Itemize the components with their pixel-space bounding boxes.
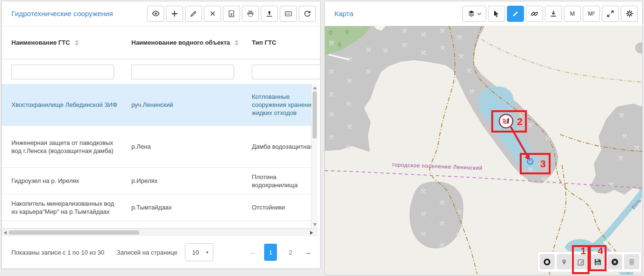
page-button-1[interactable]: 1 <box>264 244 277 261</box>
table-header-row: Наименование ГТС Наименование водного об… <box>2 26 321 59</box>
upload-icon <box>266 10 273 18</box>
table-row-selected[interactable]: Хвостохранилище Лебединской ЗИФ руч.Лени… <box>2 84 311 126</box>
eye-icon <box>152 10 160 18</box>
map-river <box>586 192 642 249</box>
square-meter-label: М² <box>588 10 595 17</box>
annotation-number-2: 2 <box>517 116 523 127</box>
record-circle-icon <box>543 258 551 266</box>
table-footer: Показаны записи с 1 по 10 из 30 Записей … <box>2 236 321 268</box>
edit-button[interactable] <box>185 6 202 22</box>
table-row[interactable]: Инженерная защита от паводковых вод г.Ле… <box>2 126 311 168</box>
structures-panel-title: Гидротехнические сооружения <box>11 10 113 18</box>
trash-icon <box>628 258 635 266</box>
scroll-down-arrow[interactable] <box>313 223 317 226</box>
vertical-scrollbar-thumb[interactable] <box>313 91 317 139</box>
vertical-scrollbar[interactable] <box>311 84 318 228</box>
view-button[interactable] <box>147 6 164 22</box>
structures-panel: Гидротехнические сооружения x <box>1 1 321 269</box>
cell-name: Хвостохранилище Лебединской ЗИФ <box>2 101 122 109</box>
upload-button[interactable] <box>261 6 278 22</box>
cursor-icon <box>493 10 500 18</box>
layers-button[interactable] <box>462 6 486 22</box>
scroll-up-arrow[interactable] <box>313 86 317 89</box>
scroll-left-arrow[interactable] <box>4 231 7 235</box>
draw-button[interactable] <box>507 6 524 22</box>
delete-geometry-button[interactable] <box>624 254 639 269</box>
download-icon <box>550 10 557 18</box>
download-button[interactable] <box>545 6 562 22</box>
table-row[interactable]: Гидроузел на р. Ирелях р.Ирелях Плотина … <box>2 168 311 194</box>
prev-page-button[interactable]: ← <box>249 248 257 257</box>
cell-type: Плотина водохранилища <box>242 173 311 189</box>
close-icon <box>209 10 216 17</box>
cancel-draw-button[interactable] <box>607 254 623 269</box>
page-button-2[interactable]: 2 <box>284 244 297 261</box>
pagination: ← 1 2 → <box>249 244 312 261</box>
marker-pin-icon <box>561 259 567 265</box>
column-header-water-label: Наименование водного объекта <box>131 39 230 46</box>
map-panel: Карта М <box>324 1 643 275</box>
page-size-label: Записей на странице <box>117 249 177 256</box>
page-size-value: 10 <box>192 249 199 256</box>
filter-input-name[interactable] <box>11 65 114 79</box>
select-cursor-button[interactable] <box>488 6 505 22</box>
page-size-select[interactable]: 10 ▼ <box>185 243 213 261</box>
refresh-button[interactable] <box>299 6 316 22</box>
cell-water: р.Ирелях <box>122 177 242 185</box>
annotation-box-2: 2 <box>491 110 527 133</box>
cell-water: руч.Ленинский <box>122 101 242 109</box>
structures-toolbar: x <box>147 6 316 22</box>
pencil-icon <box>512 10 519 18</box>
annotation-number-1: 1 <box>580 245 586 257</box>
filter-row <box>2 59 321 84</box>
column-header-type-label: Тип ГТС <box>252 39 276 46</box>
horizontal-scrollbar-thumb[interactable] <box>9 230 139 235</box>
measure-length-button[interactable]: М <box>564 6 581 22</box>
meter-label: М <box>570 10 575 17</box>
annotation-box-3: 3 <box>520 153 551 174</box>
next-page-button[interactable]: → <box>304 248 312 257</box>
measure-area-button[interactable]: М² <box>583 6 600 22</box>
grid-settings-button[interactable] <box>280 6 297 22</box>
select-caret-icon: ▼ <box>205 250 209 255</box>
delete-button[interactable] <box>204 6 221 22</box>
cancel-circle-icon <box>611 258 619 266</box>
map-base-layer <box>325 26 642 275</box>
draw-circle-button[interactable] <box>540 254 555 269</box>
excel-file-icon: x <box>228 10 235 18</box>
column-header-water[interactable]: Наименование водного объекта <box>122 39 242 46</box>
gear-icon <box>626 10 634 18</box>
map-quarry-blob <box>410 182 463 248</box>
annotation-box-4: 4 <box>589 245 607 271</box>
cell-type: Отстойники <box>242 203 311 211</box>
settings-button[interactable] <box>621 6 638 22</box>
print-button[interactable] <box>242 6 259 22</box>
horizontal-scrollbar[interactable] <box>2 228 318 236</box>
chevron-down-icon <box>477 12 481 16</box>
fullscreen-button[interactable] <box>602 6 619 22</box>
filter-input-type[interactable] <box>252 65 321 79</box>
table-body: Хвостохранилище Лебединской ЗИФ руч.Лени… <box>2 84 311 228</box>
column-header-name[interactable]: Наименование ГТС <box>2 39 122 46</box>
cell-type: Котлованные сооружения хранения жидких о… <box>242 93 311 117</box>
sort-icon <box>75 40 79 46</box>
records-summary: Показаны записи с 1 по 10 из 30 <box>11 249 104 256</box>
excel-export-button[interactable]: x <box>223 6 240 22</box>
link-button[interactable] <box>526 6 543 22</box>
pencil-icon <box>190 10 197 18</box>
map-panel-title: Карта <box>334 10 353 18</box>
scroll-right-arrow[interactable] <box>310 231 313 235</box>
layers-icon <box>468 10 475 18</box>
cell-water: р.Лена <box>122 143 242 151</box>
grid-icon <box>285 10 292 18</box>
sort-icon <box>235 40 239 46</box>
annotation-box-1: 1 <box>572 245 589 274</box>
draw-marker-button[interactable] <box>557 254 572 269</box>
svg-text:x: x <box>230 12 233 16</box>
table-row[interactable]: Накопитель минерализованных вод из карье… <box>2 194 311 221</box>
add-button[interactable] <box>166 6 183 22</box>
refresh-icon <box>304 10 311 18</box>
filter-input-water[interactable] <box>131 65 234 79</box>
map-panel-header: Карта М <box>325 1 642 26</box>
map-canvas[interactable]: городское поселение Ленинский Боль 2 3 1 <box>325 26 642 275</box>
